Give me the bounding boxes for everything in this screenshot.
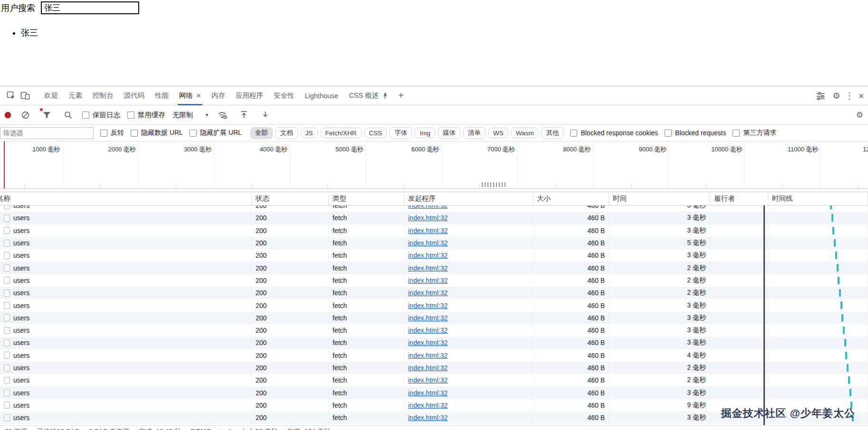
initiator-link[interactable]: index.html:32 <box>408 339 448 346</box>
table-row[interactable]: users 200 fetch index.html:32 460 B 3 毫秒 <box>0 206 868 212</box>
initiator-link[interactable]: index.html:32 <box>408 314 448 322</box>
tab-console[interactable]: 控制台 <box>87 86 119 105</box>
timeline-overview[interactable]: 1000 毫秒2000 毫秒3000 毫秒4000 毫秒5000 毫秒6000 … <box>0 141 868 189</box>
export-har-icon[interactable] <box>258 108 273 122</box>
network-conditions-icon[interactable] <box>216 108 230 122</box>
tab-welcome[interactable]: 欢迎 <box>39 86 63 105</box>
filter-pill-wasm[interactable]: Wasm <box>511 128 539 138</box>
tab-security[interactable]: 安全性 <box>268 86 300 105</box>
initiator-link[interactable]: index.html:32 <box>408 264 448 272</box>
column-header[interactable]: 时间 <box>609 192 710 205</box>
column-header[interactable]: 名称 <box>0 192 252 205</box>
table-row[interactable]: users 200 fetch index.html:32 460 B 3 毫秒 <box>0 249 868 262</box>
column-header[interactable]: 大小 <box>533 192 609 205</box>
filter-pill-manifest[interactable]: 清单 <box>463 127 486 139</box>
search-icon[interactable] <box>61 108 75 122</box>
filter-active-dot <box>40 108 43 111</box>
table-row[interactable]: users 200 fetch index.html:32 460 B 5 毫秒 <box>0 237 868 249</box>
table-row[interactable]: users 200 fetch index.html:32 460 B 3 毫秒 <box>0 337 868 349</box>
throttling-select[interactable]: 无限制 ▾ <box>172 111 209 120</box>
initiator-link[interactable]: index.html:32 <box>408 327 448 334</box>
initiator-link[interactable]: index.html:32 <box>408 302 448 309</box>
waterfall-bar <box>845 352 847 359</box>
filter-pill-other[interactable]: 其他 <box>541 127 563 139</box>
filter-pill-fetch-xhr[interactable]: Fetch/XHR <box>321 128 362 138</box>
device-toolbar-icon[interactable] <box>18 89 32 103</box>
column-header[interactable]: 状态 <box>252 192 329 205</box>
filter-pill-js[interactable]: JS <box>301 128 318 138</box>
overview-activity-tick <box>499 182 500 187</box>
tab-lighthouse[interactable]: Lighthouse <box>299 86 343 105</box>
blocked-requests-checkbox[interactable] <box>665 130 672 137</box>
record-button[interactable] <box>5 112 11 118</box>
table-row[interactable]: users 200 fetch index.html:32 460 B 2 毫秒 <box>0 374 868 386</box>
tab-application[interactable]: 应用程序 <box>230 86 268 105</box>
initiator-link[interactable]: index.html:32 <box>408 364 448 372</box>
initiator-link[interactable]: index.html:32 <box>408 227 448 234</box>
preserve-log-option: 保留日志 <box>82 111 120 120</box>
network-table[interactable]: users 200 fetch index.html:32 460 B 3 毫秒… <box>0 206 868 425</box>
third-party-checkbox[interactable] <box>733 130 740 137</box>
initiator-link[interactable]: index.html:32 <box>408 402 448 409</box>
devtools-panel: 欢迎元素控制台源代码性能网络×内存应用程序安全性LighthouseCSS 概述… <box>0 86 868 430</box>
table-row[interactable]: users 200 fetch index.html:32 460 B 2 毫秒 <box>0 274 868 287</box>
filter-pill-css[interactable]: CSS <box>364 128 387 138</box>
filter-funnel-icon[interactable] <box>39 108 54 122</box>
table-row[interactable]: users 200 fetch index.html:32 460 B 3 毫秒 <box>0 299 868 311</box>
initiator-link[interactable]: index.html:32 <box>408 206 448 209</box>
filter-pill-font[interactable]: 字体 <box>390 127 412 139</box>
tab-css-overview[interactable]: CSS 概述 <box>343 86 393 105</box>
tab-sources[interactable]: 源代码 <box>119 86 150 105</box>
initiator-link[interactable]: index.html:32 <box>408 352 448 359</box>
devtools-close-icon[interactable]: × <box>858 91 864 101</box>
table-row[interactable]: users 200 fetch index.html:32 460 B 2 毫秒 <box>0 362 868 374</box>
column-header[interactable]: 类型 <box>329 192 404 205</box>
ruler-tick <box>289 141 290 188</box>
more-options-kebab-icon[interactable]: ⋮ <box>845 92 854 100</box>
initiator-link[interactable]: index.html:32 <box>408 239 448 247</box>
filter-pill-media[interactable]: 媒体 <box>438 127 460 139</box>
settings-gear-icon[interactable]: ⚙ <box>833 92 840 100</box>
clear-icon[interactable] <box>18 108 32 122</box>
initiator-link[interactable]: index.html:32 <box>408 414 448 421</box>
hide-extension-url-checkbox[interactable] <box>190 130 197 137</box>
new-tab-button[interactable]: + <box>393 90 409 101</box>
table-row[interactable]: users 200 fetch index.html:32 460 B 3 毫秒 <box>0 324 868 337</box>
tab-network[interactable]: 网络× <box>174 86 206 105</box>
table-row[interactable]: users 200 fetch index.html:32 460 B 2 毫秒 <box>0 287 868 299</box>
hide-data-url-checkbox[interactable] <box>131 130 138 137</box>
column-header[interactable]: 履行者 <box>710 192 768 205</box>
column-header[interactable]: 时间线 <box>768 192 868 205</box>
initiator-link[interactable]: index.html:32 <box>408 277 448 284</box>
initiator-link[interactable]: index.html:32 <box>408 389 448 397</box>
tab-close-icon[interactable]: × <box>196 92 201 100</box>
table-row[interactable]: users 200 fetch index.html:32 460 B 3 毫秒 <box>0 386 868 399</box>
filter-pill-doc[interactable]: 文档 <box>276 127 298 139</box>
settings-sliders-icon[interactable] <box>814 89 828 103</box>
network-settings-gear-icon[interactable]: ⚙ <box>856 111 863 119</box>
table-row[interactable]: users 200 fetch index.html:32 460 B 4 毫秒 <box>0 349 868 362</box>
table-row[interactable]: users 200 fetch index.html:32 460 B 3 毫秒 <box>0 212 868 224</box>
tab-memory[interactable]: 内存 <box>206 86 230 105</box>
invert-checkbox[interactable] <box>100 130 107 137</box>
filter-input[interactable] <box>0 127 94 139</box>
preserve-log-checkbox[interactable] <box>82 112 89 119</box>
initiator-link[interactable]: index.html:32 <box>408 252 448 259</box>
table-row[interactable]: users 200 fetch index.html:32 460 B 2 毫秒 <box>0 262 868 274</box>
inspect-icon[interactable] <box>4 89 18 103</box>
initiator-link[interactable]: index.html:32 <box>408 214 448 222</box>
initiator-link[interactable]: index.html:32 <box>408 289 448 297</box>
import-har-icon[interactable] <box>237 108 251 122</box>
disable-cache-checkbox[interactable] <box>127 112 134 119</box>
table-row[interactable]: users 200 fetch index.html:32 460 B 3 毫秒 <box>0 224 868 237</box>
user-search-input[interactable] <box>41 1 139 14</box>
filter-pill-ws[interactable]: WS <box>488 128 508 138</box>
column-header[interactable]: 发起程序 <box>404 192 533 205</box>
tab-performance[interactable]: 性能 <box>150 86 174 105</box>
initiator-link[interactable]: index.html:32 <box>408 376 448 384</box>
blocked-cookies-checkbox[interactable] <box>570 130 577 137</box>
table-row[interactable]: users 200 fetch index.html:32 460 B 3 毫秒 <box>0 312 868 324</box>
filter-pill-all[interactable]: 全部 <box>250 127 273 139</box>
tab-elements[interactable]: 元素 <box>63 86 87 105</box>
filter-pill-img[interactable]: Img <box>415 128 435 138</box>
